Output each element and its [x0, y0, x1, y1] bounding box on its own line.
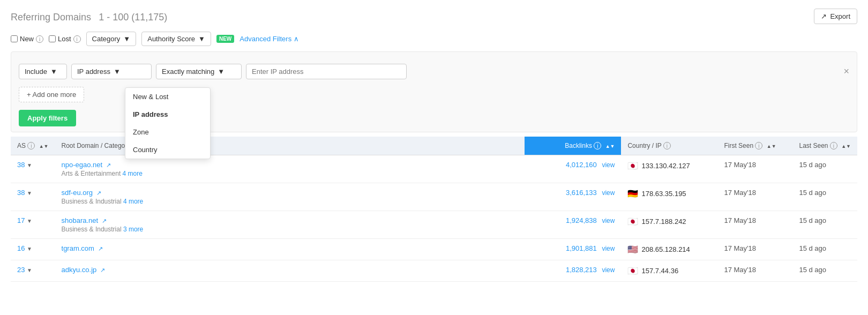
view-link[interactable]: view — [602, 245, 615, 252]
domain-cell: shobara.net ↗Business & Industrial 3 mor… — [55, 211, 525, 239]
menu-item-ip-address[interactable]: IP address — [125, 106, 210, 123]
first-seen-cell: 17 May'18 — [717, 211, 792, 239]
category-text: Arts & Entertainment 4 more — [62, 170, 519, 177]
domain-link[interactable]: npo-egao.net — [62, 161, 103, 169]
last-seen-cell: 15 d ago — [792, 239, 857, 260]
new-checkbox-input[interactable] — [11, 35, 18, 42]
backlinks-count: 1,924,838 — [566, 216, 597, 224]
menu-item-country[interactable]: Country — [125, 141, 210, 159]
title-text: Referring Domains — [11, 12, 91, 22]
menu-item-zone[interactable]: Zone — [125, 123, 210, 141]
as-info-icon[interactable]: i — [27, 142, 35, 149]
domain-cell: sdf-eu.org ↗Business & Industrial 4 more — [55, 183, 525, 211]
menu-item-new-and-lost[interactable]: New & Lost — [125, 88, 210, 106]
as-chevron-icon: ▼ — [27, 190, 32, 196]
domain-link[interactable]: shobara.net — [62, 216, 99, 224]
first-seen-info-icon[interactable]: i — [755, 142, 762, 149]
as-score: 17 — [17, 216, 25, 224]
more-link[interactable]: 4 more — [123, 198, 143, 205]
last-seen-info-icon[interactable]: i — [830, 142, 837, 149]
domain-link[interactable]: sdf-eu.org — [62, 189, 93, 197]
lost-filter-checkbox[interactable]: Lost i — [49, 35, 81, 43]
export-button[interactable]: ↗ Export — [814, 9, 857, 24]
backlinks-sort-icons[interactable]: ▲▼ — [605, 144, 615, 149]
field-label: IP address — [77, 68, 110, 76]
backlinks-count: 4,012,160 — [566, 161, 597, 169]
title-range: 1 - 100 (11,175) — [99, 12, 167, 22]
advanced-filters-button[interactable]: Advanced Filters ∧ — [240, 35, 299, 43]
as-sort-icons[interactable]: ▲▼ — [39, 144, 49, 149]
match-chevron-icon: ▼ — [218, 68, 225, 76]
first-seen-sort-icons[interactable]: ▲▼ — [767, 144, 776, 149]
view-link[interactable]: view — [602, 189, 615, 197]
country-ip-cell: 🇺🇸 208.65.128.214 — [621, 239, 717, 260]
ip-address: 157.7.44.36 — [641, 267, 678, 275]
first-seen-cell: 17 May'18 — [717, 260, 792, 282]
as-score: 23 — [17, 266, 25, 274]
last-seen-cell: 15 d ago — [792, 211, 857, 239]
new-filter-checkbox[interactable]: New i — [11, 35, 43, 43]
apply-filters-button[interactable]: Apply filters — [19, 110, 76, 126]
lost-checkbox-input[interactable] — [49, 35, 56, 42]
table-row: 17 ▼shobara.net ↗Business & Industrial 3… — [11, 211, 857, 239]
col-country-ip: Country / IP i — [621, 137, 717, 155]
as-score: 38 — [17, 161, 25, 169]
category-label: Category — [92, 35, 121, 43]
last-seen-sort-icons[interactable]: ▲▼ — [841, 144, 851, 149]
authority-score-dropdown[interactable]: Authority Score ▼ — [141, 32, 211, 46]
first-seen-cell: 17 May'18 — [717, 183, 792, 211]
export-label: Export — [830, 12, 850, 20]
lost-info-icon[interactable]: i — [73, 35, 81, 43]
backlinks-count: 3,616,133 — [566, 189, 597, 197]
col-backlinks[interactable]: Backlinks i ▲▼ — [525, 137, 621, 155]
country-ip-info-icon[interactable]: i — [663, 142, 671, 149]
backlinks-cell: 4,012,160 view — [525, 155, 621, 183]
backlinks-info-icon[interactable]: i — [594, 142, 601, 149]
include-dropdown[interactable]: Include ▼ — [19, 64, 67, 79]
col-first-seen[interactable]: First Seen i ▲▼ — [717, 137, 792, 155]
category-dropdown[interactable]: Category ▼ — [86, 32, 137, 46]
view-link[interactable]: view — [602, 217, 615, 224]
country-flag: 🇯🇵 — [627, 266, 638, 276]
advanced-filters-chevron-icon: ∧ — [294, 35, 299, 43]
country-flag: 🇯🇵 — [627, 216, 638, 227]
ip-address: 208.65.128.214 — [641, 245, 690, 253]
backlinks-cell: 1,828,213 view — [525, 260, 621, 282]
ip-address: 133.130.42.127 — [641, 162, 690, 170]
match-dropdown[interactable]: Exactly matching ▼ — [156, 64, 242, 79]
more-link[interactable]: 3 more — [123, 226, 143, 233]
table-row: 16 ▼tgram.com ↗1,901,881 view🇺🇸 208.65.1… — [11, 239, 857, 260]
include-chevron-icon: ▼ — [50, 68, 57, 76]
backlinks-cell: 3,616,133 view — [525, 183, 621, 211]
ip-address: 178.63.35.195 — [641, 190, 686, 198]
view-link[interactable]: view — [602, 266, 615, 274]
as-chevron-icon: ▼ — [27, 267, 32, 273]
domain-cell: adkyu.co.jp ↗ — [55, 260, 525, 282]
as-cell: 23 ▼ — [11, 260, 55, 282]
country-flag: 🇯🇵 — [627, 161, 638, 171]
domain-link[interactable]: tgram.com — [62, 244, 94, 252]
ip-address-input[interactable] — [246, 64, 407, 79]
last-seen-cell: 15 d ago — [792, 183, 857, 211]
ext-link-icon: ↗ — [102, 218, 107, 224]
add-more-button[interactable]: + Add one more — [19, 87, 84, 102]
as-chevron-icon: ▼ — [27, 162, 32, 168]
col-last-seen[interactable]: Last Seen i ▲▼ — [792, 137, 857, 155]
new-info-icon[interactable]: i — [36, 35, 43, 43]
advanced-filter-section: Include ▼ IP address ▼ New & Lost IP add… — [11, 51, 857, 132]
more-link[interactable]: 4 more — [123, 170, 143, 177]
match-label: Exactly matching — [162, 68, 214, 76]
as-score: 16 — [17, 244, 25, 252]
field-dropdown[interactable]: IP address ▼ — [71, 64, 152, 79]
col-as[interactable]: AS i ▲▼ — [11, 137, 55, 155]
domain-link[interactable]: adkyu.co.jp — [62, 266, 97, 274]
filter-close-button[interactable]: × — [843, 66, 849, 77]
lost-label: Lost — [58, 35, 71, 43]
backlinks-cell: 1,924,838 view — [525, 211, 621, 239]
filter-row: Include ▼ IP address ▼ New & Lost IP add… — [19, 57, 849, 85]
country-ip-cell: 🇯🇵 157.7.44.36 — [621, 260, 717, 282]
first-seen-cell: 17 May'18 — [717, 155, 792, 183]
export-icon: ↗ — [821, 12, 827, 20]
field-dropdown-container: IP address ▼ New & Lost IP address Zone … — [71, 64, 152, 79]
view-link[interactable]: view — [602, 161, 615, 169]
